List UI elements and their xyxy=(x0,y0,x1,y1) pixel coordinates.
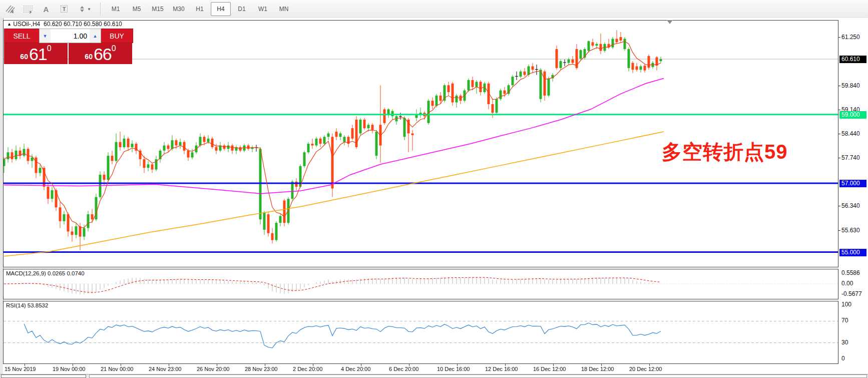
price-tick-label: 61.250 xyxy=(841,34,867,41)
time-tick-mark xyxy=(505,364,506,366)
price-tick-mark xyxy=(838,86,840,86)
status-strip-right-box xyxy=(89,374,867,378)
timeframe-m5[interactable]: M5 xyxy=(127,2,147,16)
timeframe-m30[interactable]: M30 xyxy=(169,2,189,16)
macd-axis-label: 0.5586 xyxy=(841,269,867,276)
price-tick-mark xyxy=(838,206,840,206)
price-tick-label: 58.440 xyxy=(841,130,867,137)
buy-price-prefix: 60 xyxy=(85,50,93,63)
price-badge: 59.000 xyxy=(839,111,866,119)
price-tick-label: 55.630 xyxy=(841,227,867,234)
timeframe-mn[interactable]: MN xyxy=(274,2,294,16)
price-tick-mark xyxy=(838,230,840,231)
text-label-icon[interactable]: A xyxy=(38,2,54,17)
time-axis-label: 24 Nov 23:00 xyxy=(149,366,181,372)
buy-price-main: 66 xyxy=(94,45,112,63)
price-badge: 57.000 xyxy=(839,180,866,187)
symbol-ohlc-header: ▲ USOil-,H4 60.620 60.710 60.580 60.610 xyxy=(7,21,122,28)
rsi-panel[interactable] xyxy=(3,301,838,364)
symbol-label: USOil-,H4 xyxy=(13,21,40,28)
time-tick-mark xyxy=(361,364,361,366)
sell-price-sup: 0 xyxy=(47,45,52,53)
sell-price-prefix: 60 xyxy=(20,50,28,63)
text-box-icon[interactable]: T xyxy=(56,2,72,17)
price-tick-label: 59.840 xyxy=(841,82,867,89)
price-tick-mark xyxy=(838,134,840,134)
timeframe-d1[interactable]: D1 xyxy=(232,2,252,16)
equidistant-channel-icon[interactable]: E xyxy=(2,2,18,17)
timeframe-w1[interactable]: W1 xyxy=(253,2,273,16)
price-badge: 55.000 xyxy=(839,249,866,256)
price-tick-label: 57.740 xyxy=(841,154,867,161)
time-tick-mark xyxy=(457,364,458,366)
time-axis-label: 19 Nov 00:00 xyxy=(53,366,85,372)
time-axis-label: 15 Nov 2019 xyxy=(5,366,36,372)
rsi-axis-label: 100 xyxy=(841,301,867,308)
macd-label: MACD(12,26,9) 0.0265 0.0740 xyxy=(6,270,85,276)
timeframe-m15[interactable]: M15 xyxy=(148,2,168,16)
svg-text:F: F xyxy=(30,11,32,14)
rsi-label: RSI(14) 53.8532 xyxy=(6,302,48,308)
chart-shift-marker-icon[interactable] xyxy=(667,20,673,24)
sell-button[interactable]: SELL xyxy=(4,29,39,43)
sell-price-main: 61 xyxy=(29,45,47,63)
time-axis-label: 28 Nov 23:00 xyxy=(245,366,277,372)
volume-field: ▼ 1.00 ▲ xyxy=(39,29,101,43)
chart-text-annotation[interactable]: 多空转折点59 xyxy=(662,138,788,166)
time-axis-label: 18 Dec 12:00 xyxy=(581,366,614,372)
macd-chart xyxy=(4,269,838,299)
rsi-axis-label: 70 xyxy=(841,317,867,324)
time-axis-label: 20 Dec 12:00 xyxy=(629,366,662,372)
ohlc-values: 60.620 60.710 60.580 60.610 xyxy=(44,21,122,28)
one-click-trading-widget: SELL ▼ 1.00 ▲ BUY 60 61 0 60 66 0 xyxy=(4,29,133,64)
price-tick-mark xyxy=(838,37,840,38)
price-tick-mark xyxy=(838,158,840,158)
macd-axis-label: 0.00 xyxy=(841,280,867,287)
macd-panel[interactable] xyxy=(3,269,838,299)
timeframe-m1[interactable]: M1 xyxy=(106,2,126,16)
time-tick-mark xyxy=(649,364,650,366)
toolbar: E F A T ▼ M1M5M15M30H1H4D1W1MN xyxy=(0,0,868,19)
rsi-axis-label: 0 xyxy=(841,355,867,362)
time-axis-label: 12 Dec 16:00 xyxy=(485,366,518,372)
time-tick-mark xyxy=(217,364,217,366)
time-axis-label: 2 Dec 20:00 xyxy=(293,366,322,372)
time-axis-label: 6 Dec 20:00 xyxy=(389,366,418,372)
timeframe-h4[interactable]: H4 xyxy=(211,2,231,16)
time-tick-mark xyxy=(409,364,409,366)
mt4-terminal: E F A T ▼ M1M5M15M30H1H4D1W1MN xyxy=(0,0,868,378)
rsi-axis-label: 30 xyxy=(841,339,867,346)
time-tick-mark xyxy=(169,364,169,366)
timeframe-h1[interactable]: H1 xyxy=(190,2,210,16)
rsi-chart xyxy=(4,301,838,363)
price-badge: 60.610 xyxy=(839,56,866,63)
time-axis-label: 4 Dec 20:00 xyxy=(341,366,370,372)
time-tick-mark xyxy=(25,364,25,366)
collapse-triangle-icon[interactable]: ▲ xyxy=(7,22,12,27)
timeframe-group: M1M5M15M30H1H4D1W1MN xyxy=(105,2,294,16)
time-axis-label: 26 Nov 20:00 xyxy=(197,366,229,372)
volume-increase-button[interactable]: ▲ xyxy=(90,29,101,43)
time-tick-mark xyxy=(121,364,121,366)
buy-price-display[interactable]: 60 66 0 xyxy=(69,43,132,64)
volume-value[interactable]: 1.00 xyxy=(51,29,90,43)
toolbar-separator xyxy=(100,3,101,16)
price-tick-label: 56.340 xyxy=(841,202,867,209)
svg-text:E: E xyxy=(12,10,14,14)
dropdown-caret-icon: ▼ xyxy=(87,7,91,12)
time-axis-label: 16 Dec 12:00 xyxy=(533,366,566,372)
fibonacci-icon[interactable]: F xyxy=(20,2,36,17)
time-tick-mark xyxy=(313,364,313,366)
time-axis-label: 21 Nov 00:00 xyxy=(101,366,133,372)
time-tick-mark xyxy=(265,364,265,366)
buy-button[interactable]: BUY xyxy=(101,29,133,43)
sell-price-display[interactable]: 60 61 0 xyxy=(4,43,68,64)
price-tick-mark xyxy=(838,110,840,110)
status-strip-left-box xyxy=(1,374,86,378)
arrows-tool-icon[interactable]: ▼ xyxy=(74,2,95,17)
buy-price-sup: 0 xyxy=(112,45,116,53)
time-tick-mark xyxy=(553,364,554,366)
time-tick-mark xyxy=(73,364,73,366)
volume-decrease-button[interactable]: ▼ xyxy=(40,29,51,43)
macd-axis-label: -0.5677 xyxy=(841,290,867,297)
